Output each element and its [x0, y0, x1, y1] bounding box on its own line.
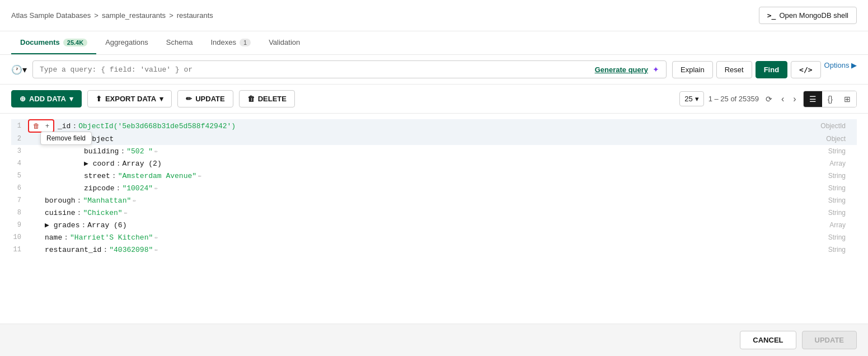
shell-icon: >_ — [767, 11, 776, 20]
building-edit-icon[interactable]: ✏ — [154, 148, 158, 154]
id-field-value: ObjectId('5eb3d668b31de5d588f42942') — [78, 122, 236, 130]
add-data-button[interactable]: ⊕ ADD DATA ▾ — [11, 90, 82, 107]
id-type-label: ObjectId — [820, 122, 846, 130]
doc-row-zipcode: 6 zipcode : "10024" ✏ String — [11, 182, 857, 194]
next-page-button[interactable]: › — [791, 92, 798, 106]
line-num-4: 4 — [11, 160, 28, 167]
export-data-label: EXPORT DATA — [105, 95, 156, 103]
clock-icon[interactable]: 🕐▾ — [11, 64, 27, 75]
street-field-name: street — [62, 172, 110, 180]
query-input[interactable] — [40, 65, 590, 74]
delete-field-button[interactable]: 🗑 — [31, 121, 42, 131]
breadcrumb-root[interactable]: Atlas Sample Databases — [11, 11, 91, 20]
street-edit-icon[interactable]: ✏ — [198, 172, 201, 179]
breadcrumb-collection[interactable]: restaurants — [177, 11, 213, 20]
tab-documents-badge: 25.4K — [63, 39, 87, 46]
street-type-label: String — [828, 172, 846, 180]
prev-page-button[interactable]: ‹ — [779, 92, 786, 106]
add-field-button[interactable]: + — [43, 121, 51, 131]
app-container: Atlas Sample Databases > sample_restaura… — [0, 0, 868, 356]
line-num-8: 8 — [11, 209, 28, 217]
zipcode-type-label: String — [828, 184, 846, 192]
address-type-label: Object — [826, 135, 846, 143]
tab-indexes[interactable]: Indexes 1 — [201, 31, 260, 54]
tabs-bar: Documents 25.4K Aggregations Schema Inde… — [0, 31, 868, 55]
export-data-button[interactable]: ⬆ EXPORT DATA ▾ — [87, 90, 172, 107]
trash-icon: 🗑 — [247, 95, 255, 103]
footer-update-button[interactable]: UPDATE — [802, 331, 857, 349]
generate-query-link[interactable]: Generate query — [595, 65, 648, 74]
tab-validation[interactable]: Validation — [260, 31, 309, 54]
tab-schema-label: Schema — [166, 38, 193, 46]
pencil-icon: ✏ — [186, 95, 192, 103]
table-view-button[interactable]: ⊞ — [838, 91, 856, 107]
tab-aggregations[interactable]: Aggregations — [96, 31, 157, 54]
list-view-button[interactable]: ☰ — [804, 91, 822, 107]
pagination-controls: 25 ▾ 1 – 25 of 25359 ⟳ ‹ › ☰ {} ⊞ — [679, 91, 857, 107]
coord-field-name: ▶ coord — [62, 159, 115, 168]
restaurant-id-edit-icon[interactable]: ✏ — [154, 246, 158, 253]
explain-button[interactable]: Explain — [672, 61, 713, 78]
code-toggle-button[interactable]: </> — [791, 61, 820, 78]
options-button[interactable]: Options ▶ — [824, 61, 857, 78]
reset-button[interactable]: Reset — [716, 61, 752, 78]
delete-button[interactable]: 🗑 DELETE — [239, 90, 295, 107]
json-view-button[interactable]: {} — [822, 91, 838, 107]
tab-documents[interactable]: Documents 25.4K — [11, 31, 96, 54]
restaurant-id-type-label: String — [828, 246, 846, 254]
name-type-label: String — [828, 233, 846, 241]
per-page-select[interactable]: 25 ▾ — [679, 91, 703, 106]
row-actions-1: 🗑 + Remove field — [28, 119, 54, 133]
open-shell-label: Open MongoDB shell — [779, 11, 848, 20]
query-actions: Explain Reset Find </> Options ▶ — [672, 61, 857, 78]
add-data-label: ADD DATA — [29, 95, 66, 103]
plus-circle-icon: ⊕ — [20, 95, 26, 103]
doc-row-street: 5 street : "Amsterdam Avenue" ✏ String — [11, 170, 857, 182]
action-bar: ⊕ ADD DATA ▾ ⬆ EXPORT DATA ▾ ✏ UPDATE 🗑 … — [0, 85, 868, 114]
zipcode-field-name: zipcode — [62, 184, 115, 193]
line-num-3: 3 — [11, 147, 28, 155]
export-caret: ▾ — [159, 95, 163, 103]
coord-field-value: Array (2) — [122, 160, 161, 168]
doc-row-cuisine: 8 cuisine : "Chicken" ✏ String — [11, 207, 857, 219]
breadcrumb-sep2: > — [169, 11, 173, 20]
add-data-caret: ▾ — [69, 95, 73, 103]
id-field-name: _id — [58, 122, 71, 130]
cancel-button[interactable]: CANCEL — [740, 331, 796, 349]
name-field-name: name — [45, 233, 62, 242]
tab-schema[interactable]: Schema — [157, 31, 202, 54]
zipcode-edit-icon[interactable]: ✏ — [154, 185, 158, 191]
zipcode-field-value: "10024" — [122, 184, 153, 193]
tab-documents-label: Documents — [20, 38, 60, 46]
line-num-6: 6 — [11, 184, 28, 192]
building-type-label: String — [828, 147, 846, 155]
name-edit-icon[interactable]: ✏ — [154, 234, 158, 241]
borough-edit-icon[interactable]: ✏ — [133, 197, 136, 204]
open-shell-button[interactable]: >_ Open MongoDB shell — [759, 7, 857, 24]
doc-row-id: 1 🗑 + Remove field _id : ObjectId('5eb3d… — [11, 119, 857, 133]
query-input-wrap: Generate query ✦ — [32, 60, 667, 78]
breadcrumb-db[interactable]: sample_restaurants — [102, 11, 166, 20]
name-field-value: "Harriet'S Kitchen" — [70, 233, 153, 242]
line-num-10: 10 — [11, 233, 28, 241]
refresh-button[interactable]: ⟳ — [763, 92, 775, 106]
tab-aggregations-label: Aggregations — [105, 38, 148, 46]
update-button[interactable]: ✏ UPDATE — [177, 90, 233, 107]
cuisine-field-value: "Chicken" — [83, 209, 122, 217]
page-range: 1 – 25 of 25359 — [709, 95, 759, 103]
doc-row-building: 3 building : "502 " ✏ String — [11, 145, 857, 157]
doc-row-borough: 7 borough : "Manhattan" ✏ String — [11, 194, 857, 207]
tab-validation-label: Validation — [269, 38, 300, 46]
borough-field-value: "Manhattan" — [83, 196, 131, 205]
borough-type-label: String — [828, 196, 846, 204]
ai-sparkle-icon: ✦ — [653, 65, 659, 74]
per-page-caret: ▾ — [695, 95, 699, 103]
doc-container: 1 🗑 + Remove field _id : ObjectId('5eb3d… — [0, 114, 868, 261]
doc-row-address: 2 ▾ address : Object Object — [11, 133, 857, 145]
line-num-9: 9 — [11, 221, 28, 229]
grades-field-name: ▶ grades — [45, 221, 79, 229]
find-button[interactable]: Find — [756, 61, 787, 78]
cuisine-edit-icon[interactable]: ✏ — [124, 209, 128, 216]
cuisine-field-name: cuisine — [45, 209, 76, 217]
breadcrumb-sep1: > — [94, 11, 98, 20]
